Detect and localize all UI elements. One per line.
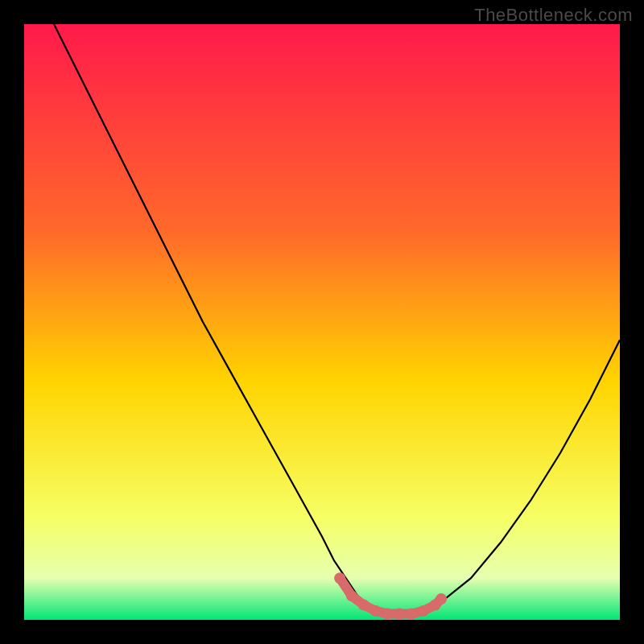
gradient-background: [24, 24, 620, 620]
optimal-point-marker: [436, 593, 447, 605]
optimal-point-marker: [382, 609, 393, 620]
optimal-point-marker: [334, 572, 345, 584]
optimal-point-marker: [358, 600, 369, 611]
watermark-text: TheBottleneck.com: [474, 5, 633, 26]
plot-area: [24, 24, 620, 620]
optimal-point-marker: [370, 605, 382, 617]
optimal-point-marker: [418, 605, 429, 617]
optimal-point-marker: [346, 590, 357, 601]
chart-frame: TheBottleneck.com: [0, 0, 644, 644]
bottleneck-curve-chart: [24, 24, 620, 620]
optimal-point-marker: [406, 609, 417, 620]
optimal-point-marker: [394, 609, 405, 620]
